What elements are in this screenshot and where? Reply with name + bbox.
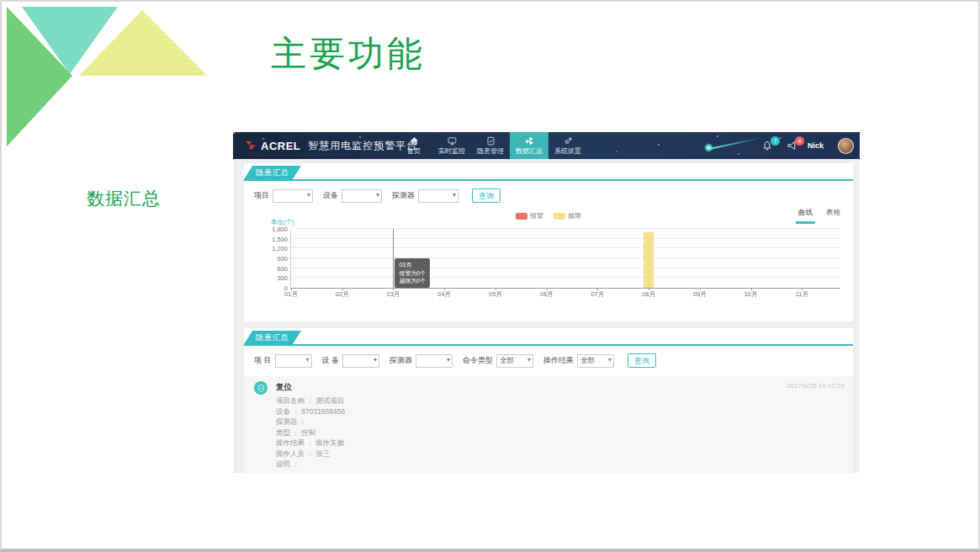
filter-label: 探测器 [392,190,415,201]
main-nav: 首页实时监控隐患管理数据汇总系统设置 [395,132,587,159]
avatar[interactable] [838,138,854,154]
gridline [291,228,840,229]
filter-select-value: 全部 [580,356,595,366]
y-axis-tick-label: 900 [277,255,288,263]
bell-icon[interactable]: 7 [762,141,772,151]
filter-select[interactable]: ▾ [275,354,312,368]
acrel-logo-icon [245,140,257,152]
item-detail-line: 探测器 ： [276,417,845,427]
filter-select[interactable]: 全部▾ [577,354,614,368]
item-detail-line: 操作人员 ： 张三 [276,448,845,459]
user-name[interactable]: Nick [808,141,824,150]
gridline [291,247,840,248]
y-axis-tick-label: 1,200 [272,245,288,252]
x-axis-tick [342,288,343,290]
crosshair-line [393,229,394,288]
nav-item-hazard-manage[interactable]: 隐患管理 [471,132,510,159]
tab-hazard-summary: 隐患汇总 [244,166,301,179]
x-axis-tick [495,288,496,290]
chart-filter-row: 项目▾设备▾探测器▾ 查询 [244,181,853,203]
filter-select[interactable]: ▾ [418,189,458,203]
nav-item-monitor[interactable]: 实时监控 [432,132,471,159]
item-detail-line: 类型 ： 控制 [276,427,845,438]
nav-item-label: 系统设置 [554,146,581,156]
nav-item-home[interactable]: 首页 [395,132,432,159]
x-axis-tick [649,288,649,290]
query-button[interactable]: 查询 [472,188,501,203]
x-axis-tick [444,288,445,290]
x-axis-tick [700,288,701,290]
chevron-down-icon: ▾ [453,191,456,199]
corner-triangles-decoration [2,2,220,153]
chevron-down-icon: ▾ [376,191,379,199]
query-button[interactable]: 查询 [628,353,656,368]
x-axis-tick [547,288,548,290]
page-title: 主要功能 [271,30,426,77]
filter-label: 命令类型 [463,355,493,366]
x-axis-tick [291,288,292,290]
tooltip-line: 报警为0个 [399,269,426,278]
chevron-down-icon: ▾ [527,356,531,364]
x-axis-tick-label: 06月 [540,290,554,299]
filter-select[interactable]: 全部▾ [496,354,533,368]
brand-name: ACREL [261,140,300,152]
hazard-summary-list-panel: 隐患汇总 项 目▾设 备▾探测器▾命令类型全部▾操作结果全部▾ 查询 复位201… [244,328,853,473]
item-title: 复位 [276,381,845,393]
gridline [291,257,840,258]
chart-plot-area: 03006009001,2001,5001,80001月02月03月04月05月… [290,229,840,289]
x-axis-tick [393,288,394,290]
filter-label: 项 目 [254,355,272,366]
gridline [291,268,840,268]
chevron-down-icon: ▾ [373,356,377,364]
tab-hazard-summary: 隐患汇总 [244,331,301,344]
data-summary-icon [525,136,534,146]
nav-item-label: 数据汇总 [516,146,543,156]
hazard-summary-chart-panel: 隐患汇总 项目▾设备▾探测器▾ 查询 报警越限 曲线表格 单位(个) 03006… [244,163,853,321]
hazard-list-item: 复位2017/8/25 10:47:25项目名称 ： 测试项目设备 ： 8703… [244,376,853,473]
x-axis-tick-label: 07月 [591,290,604,299]
chevron-down-icon: ▾ [307,191,310,199]
x-axis-tick-label: 05月 [489,290,502,299]
home-icon [410,136,419,146]
filter-label: 操作结果 [543,355,574,366]
settings-gear-icon [564,136,573,146]
x-axis-tick-label: 02月 [336,290,349,299]
item-detail-line: 说明 ： [276,459,845,470]
y-axis-tick-label: 600 [277,264,288,272]
app-header: ACREL 智慧用电监控预警平台 首页实时监控隐患管理数据汇总系统设置 7 4 … [233,132,860,159]
tooltip-title: 03月 [399,261,426,269]
chart-tooltip: 03月报警为0个越限为0个 [395,258,430,288]
nav-item-data-summary[interactable]: 数据汇总 [510,132,548,159]
filter-label: 设 备 [322,355,340,366]
y-axis-tick-label: 1,500 [272,235,288,242]
alarm-icon[interactable]: 4 [787,141,797,151]
filter-label: 设备 [323,190,338,201]
filter-select[interactable]: ▾ [273,189,313,203]
x-axis-tick [597,288,598,290]
gridline [291,238,840,239]
hazard-manage-icon [486,136,495,146]
comet-decoration [702,134,768,156]
filter-select[interactable]: ▾ [342,354,379,368]
hazard-record-list: 复位2017/8/25 10:47:25项目名称 ： 测试项目设备 ： 8703… [244,376,853,473]
section-tab-row: 隐患汇总 [244,163,853,181]
monitor-icon [448,136,457,146]
alarm-badge: 4 [795,136,804,146]
x-axis-tick-label: 09月 [693,290,707,299]
chevron-down-icon: ▾ [447,356,450,364]
item-detail-line: 操作结果 ： 操作失败 [276,438,845,448]
bar-越限[interactable] [644,232,654,288]
filter-select[interactable]: ▾ [342,189,382,203]
y-axis-tick-label: 300 [277,274,288,282]
filter-select[interactable]: ▾ [416,354,453,368]
filter-label: 项目 [254,190,269,201]
x-axis-tick-label: 03月 [387,290,400,299]
list-filter-row: 项 目▾设 备▾探测器▾命令类型全部▾操作结果全部▾ 查询 [244,346,853,368]
nav-item-settings-gear[interactable]: 系统设置 [548,132,587,159]
brand: ACREL 智慧用电监控预警平台 [245,132,417,159]
x-axis-tick-label: 04月 [437,290,451,299]
tooltip-line: 越限为0个 [399,277,426,285]
nav-item-label: 实时监控 [438,146,465,156]
x-axis-tick-label: 01月 [284,290,298,299]
filter-label: 探测器 [389,355,412,366]
